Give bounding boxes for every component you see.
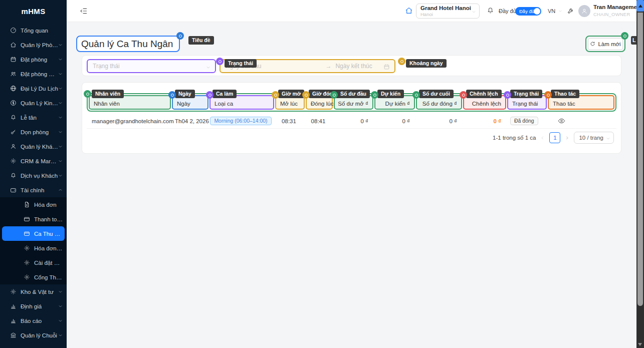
column-header-opening-balance[interactable]: Số dư đầu Số dư mở ₫ bbox=[334, 95, 373, 110]
bank-icon bbox=[10, 332, 17, 338]
file-icon bbox=[24, 201, 30, 208]
sidebar-item-tai-chinh[interactable]: Tài chính bbox=[0, 183, 67, 197]
language-label: VN bbox=[548, 8, 555, 14]
sidebar-item-crm-marketing[interactable]: CRM & Marketi... bbox=[0, 154, 67, 168]
sidebar-item-quan-ly-khach[interactable]: Quản lý Khách ... bbox=[0, 139, 67, 154]
wrench-icon[interactable] bbox=[567, 7, 574, 15]
sidebar-item-label: Tài chính bbox=[21, 187, 58, 193]
cell-employee: manager@grandhotelchain.com bbox=[88, 118, 170, 124]
language-select[interactable]: VN bbox=[548, 8, 562, 14]
dashboard-icon bbox=[10, 27, 17, 34]
hotel-select[interactable]: Grand Hotel Hanoi Hanoi bbox=[416, 4, 480, 19]
cell-actions bbox=[547, 117, 569, 125]
pagination-prev-icon[interactable] bbox=[540, 136, 545, 140]
sidebar-item-dat-phong-doan[interactable]: Đặt phòng Đoàn bbox=[0, 67, 67, 81]
chevron-up-icon bbox=[58, 188, 63, 192]
sidebar-item-ca-thu-ngan[interactable]: Ca Thu Ngân bbox=[2, 226, 65, 241]
density-toggle[interactable]: Đầy đủ bbox=[515, 7, 541, 16]
sidebar-item-bao-cao[interactable]: Báo cáo bbox=[0, 313, 67, 328]
range-arrow-icon: → bbox=[325, 63, 331, 70]
vertical-scrollbar[interactable] bbox=[636, 0, 644, 348]
sidebar-item-tong-quan[interactable]: Tổng quan bbox=[0, 23, 67, 38]
column-header-difference[interactable]: Chênh lệch Chênh lệch bbox=[463, 95, 506, 110]
refresh-label: Làm mới bbox=[598, 41, 620, 47]
card-icon bbox=[24, 230, 30, 237]
column-header-close-time[interactable]: Giờ đóng Đóng lúc bbox=[306, 95, 333, 110]
user-icon bbox=[581, 8, 588, 15]
wallet-icon bbox=[10, 187, 17, 193]
column-header-shift-type[interactable]: Ca làm Loại ca bbox=[209, 95, 274, 110]
column-header-text: Mở lúc bbox=[280, 101, 298, 107]
page-size-select[interactable]: 10 / trang bbox=[574, 132, 614, 144]
sidebar-item-dinh-gia[interactable]: Định giá bbox=[0, 299, 67, 313]
column-header-expected[interactable]: Dự kiến Dự kiến ₫ bbox=[374, 95, 415, 110]
sidebar-item-label: Dọn phòng bbox=[21, 129, 58, 135]
annotation-badge bbox=[504, 91, 511, 99]
sidebar-item-hoa-don-dien-tu[interactable]: Hóa đơn điện tử bbox=[0, 241, 67, 255]
chevron-down-icon bbox=[58, 101, 63, 105]
annotation-badge bbox=[544, 91, 552, 99]
sidebar-item-label: Đặt phòng bbox=[21, 57, 58, 63]
refresh-icon bbox=[590, 41, 595, 47]
column-header-open-time[interactable]: Giờ mở Mở lúc bbox=[275, 95, 305, 110]
calendar-icon bbox=[10, 56, 17, 63]
sidebar-item-quan-ly-phong[interactable]: Quản lý Phòng bbox=[0, 38, 67, 52]
column-header-text: Đóng lúc bbox=[311, 101, 333, 107]
sidebar-item-dai-ly-du-lich[interactable]: Đại Lý Du Lịch bbox=[0, 81, 67, 96]
menu-fold-icon[interactable] bbox=[80, 7, 88, 15]
annotation-label: Số dư đầu bbox=[337, 90, 370, 98]
chart-icon bbox=[10, 303, 17, 309]
column-header-status[interactable]: Trạng thái Trạng thái bbox=[507, 95, 547, 110]
sidebar-item-cong-thanh-toan[interactable]: Cổng Thanh to... bbox=[0, 270, 67, 284]
column-header-text: Dự kiến ₫ bbox=[385, 101, 410, 107]
sidebar-item-dat-phong[interactable]: Đặt phòng bbox=[0, 52, 67, 67]
sidebar-item-kho-vat-tu[interactable]: Kho & Vật tư bbox=[0, 284, 67, 299]
sidebar-item-label: Cổng Thanh to... bbox=[34, 274, 63, 280]
gear-icon bbox=[24, 245, 30, 251]
table-row: manager@grandhotelchain.com Th04 2, 2026… bbox=[87, 114, 616, 129]
eye-icon[interactable] bbox=[558, 117, 565, 125]
pagination-next-icon[interactable] bbox=[565, 136, 569, 140]
sidebar-item-label: CRM & Marketi... bbox=[21, 158, 58, 164]
status-filter-select[interactable]: Trạng thái bbox=[87, 59, 216, 73]
sidebar-item-quan-ly-chuoi[interactable]: Quản lý Chuỗi bbox=[0, 328, 67, 342]
column-header-closing-balance[interactable]: Số dư cuối Số dư đóng ₫ bbox=[416, 95, 462, 110]
sidebar-item-hoa-don[interactable]: Hóa đơn bbox=[0, 197, 67, 212]
sidebar-item-le-tan[interactable]: Lễ tân bbox=[0, 110, 67, 125]
scrollbar-thumb[interactable] bbox=[637, 13, 643, 306]
sidebar-item-label: Thanh toán bbox=[34, 216, 63, 222]
sidebar-item-quan-ly-kinh-doanh[interactable]: Quản Lý Kinh D... bbox=[0, 96, 67, 110]
refresh-button[interactable]: Làm mới bbox=[588, 38, 623, 50]
avatar[interactable] bbox=[578, 5, 590, 17]
column-header-actions[interactable]: Thao tác Thao tác bbox=[548, 95, 614, 110]
chevron-down-icon bbox=[58, 318, 63, 323]
annotation-label-status: Trạng thái bbox=[225, 59, 257, 68]
dollar-icon bbox=[10, 100, 17, 106]
cell-date: Th04 2, 2026 bbox=[171, 118, 207, 124]
calendar-icon bbox=[383, 64, 390, 70]
column-header-text: Nhân viên bbox=[94, 101, 120, 107]
bell-icon[interactable] bbox=[487, 7, 494, 15]
annotation-badge bbox=[302, 91, 310, 99]
annotation-badge bbox=[330, 91, 338, 99]
column-header-date[interactable]: Ngày Ngày bbox=[172, 95, 208, 110]
sidebar-item-cai-dat-hoa-don[interactable]: Cài đặt hóa đơn bbox=[0, 255, 67, 270]
column-header-text: Thao tác bbox=[553, 101, 575, 107]
column-header-employee[interactable]: Nhân viên Nhân viên bbox=[89, 95, 171, 110]
chevron-down-icon bbox=[58, 144, 63, 149]
scrollbar-down-icon[interactable] bbox=[638, 343, 642, 346]
sidebar-item-thanh-toan[interactable]: Thanh toán bbox=[0, 212, 67, 226]
pagination-page-1[interactable]: 1 bbox=[549, 132, 560, 143]
scrollbar-up-button[interactable] bbox=[636, 0, 644, 12]
gear-icon bbox=[24, 259, 30, 266]
home-icon[interactable] bbox=[405, 7, 413, 15]
annotation-label: Nhân viên bbox=[92, 90, 124, 98]
chevron-down-icon bbox=[58, 130, 63, 134]
page-size-label: 10 / trang bbox=[579, 135, 603, 141]
annotation-badge bbox=[412, 91, 420, 99]
sidebar-item-dich-vu-khach[interactable]: Dịch vụ Khách bbox=[0, 168, 67, 183]
chevron-down-icon bbox=[58, 159, 63, 163]
sidebar-item-don-phong[interactable]: Dọn phòng bbox=[0, 125, 67, 139]
chevron-down-icon bbox=[58, 86, 63, 91]
chevron-down-icon bbox=[58, 115, 63, 120]
